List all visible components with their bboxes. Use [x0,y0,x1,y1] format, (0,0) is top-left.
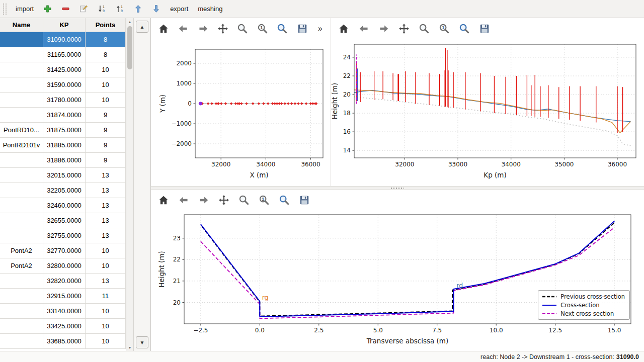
cross-section-chart-canvas[interactable]: rgrd−2.50.02.55.07.510.012.515.020212223… [151,211,644,351]
table-row[interactable]: 32655.000013 [0,213,126,228]
table-row[interactable]: PontA232770.000010 [0,243,126,258]
sort-descending-button[interactable]: 19 [112,2,128,16]
table-row[interactable]: 32915.000011 [0,289,126,304]
import-button[interactable]: import [12,2,38,16]
zoom-original-button[interactable]: 1 [256,22,269,35]
zoom-button[interactable] [418,22,431,35]
back-button[interactable] [177,22,189,35]
table-body: 31090.0000831165.0000831425.00001031590.… [0,32,126,349]
forward-button[interactable] [197,22,209,35]
cell-name: PontRD10... [0,123,43,137]
table-row[interactable]: 33685.000010 [0,334,126,349]
legend-line-sample [542,311,557,316]
zoom-button[interactable] [237,194,251,207]
meshing-button[interactable]: meshing [194,2,226,16]
move-down-button[interactable] [148,2,165,16]
pan-button[interactable] [216,22,229,35]
cell-name [0,289,43,303]
sort-ascending-button[interactable]: 19 [94,2,110,16]
home-button[interactable] [157,194,170,207]
toolbar-overflow-button[interactable]: » [315,22,325,35]
table-row[interactable]: PontRD10...31875.00009 [0,123,126,138]
plan-chart-canvas[interactable]: 320003400036000−2000−1000010002000X (m)Y… [151,39,331,186]
table-row[interactable]: 32205.000013 [0,183,126,198]
scroll-up-button[interactable]: ▲ [136,21,148,33]
horizontal-splitter[interactable] [151,186,644,190]
table-scrollbar-thumb[interactable] [127,26,132,69]
pan-button[interactable] [397,22,411,35]
profile-chart-canvas[interactable]: 3200033000340003500036000141618202224Kp … [331,39,644,186]
svg-text:12.5: 12.5 [548,327,562,334]
splitter-grip-icon[interactable] [391,188,404,189]
table-row[interactable]: 32015.000013 [0,168,126,183]
zoom-one-icon: 1 [259,195,270,206]
zoom-region-button[interactable] [458,22,471,35]
forward-button[interactable] [197,194,210,207]
zoom-button[interactable] [236,22,249,35]
table-row[interactable]: 31165.00008 [0,47,126,62]
edit-cross-section-button[interactable] [75,2,92,16]
cell-points: 10 [86,62,126,77]
svg-text:34000: 34000 [256,161,275,168]
column-header-name[interactable]: Name [0,18,43,32]
status-bar: reach: Node 2 -> Downstream 1 - cross-se… [0,351,644,362]
table-row[interactable]: 33425.000010 [0,319,126,334]
zoom-original-button[interactable]: 1 [258,194,271,207]
down-triangle-icon: ▼ [140,340,145,345]
table-row[interactable]: 31425.000010 [0,62,126,77]
back-button[interactable] [357,22,370,35]
home-button[interactable] [337,22,350,35]
cross-section-chart[interactable]: rgrd−2.50.02.55.07.510.012.515.020212223… [151,211,644,351]
table-row[interactable]: 31780.000010 [0,93,126,108]
back-button[interactable] [177,194,190,207]
zoom-region-button[interactable] [278,194,291,207]
table-row[interactable]: 32820.000013 [0,274,126,289]
remove-cross-section-button[interactable] [57,2,74,16]
zoom-original-button[interactable]: 1 [438,22,451,35]
table-scrollbar-up-icon[interactable]: ▲ [126,18,133,25]
cell-kp: 33140.0000 [43,304,86,318]
toolbar-grip[interactable] [3,4,7,15]
cell-points: 13 [86,198,126,213]
save-figure-button[interactable] [296,22,308,35]
table-row[interactable]: 31874.00009 [0,108,126,123]
save-figure-button[interactable] [298,194,311,207]
edit-icon [79,5,88,13]
move-up-button[interactable] [130,2,146,16]
profile-chart[interactable]: 3200033000340003500036000141618202224Kp … [331,39,644,186]
cell-kp: 32460.0000 [43,198,86,213]
table-row[interactable]: 31886.00009 [0,153,126,168]
cell-kp: 31425.0000 [43,62,86,77]
cell-points: 10 [86,334,126,348]
cell-kp: 31875.0000 [43,123,86,137]
svg-text:22: 22 [173,256,181,263]
plan-chart[interactable]: 320003400036000−2000−1000010002000X (m)Y… [151,39,331,186]
forward-button[interactable] [377,22,390,35]
table-row[interactable]: 31590.000010 [0,77,126,93]
scroll-down-button[interactable]: ▼ [136,336,148,348]
cell-kp: 31874.0000 [43,108,86,122]
back-icon [178,23,189,34]
table-row[interactable]: 32460.000013 [0,198,126,213]
table-row[interactable]: 32755.000013 [0,228,126,243]
home-button[interactable] [157,22,170,35]
column-header-points[interactable]: Points [86,18,126,32]
export-button[interactable]: export [166,2,192,16]
table-row[interactable]: 31090.00008 [0,32,126,47]
svg-text:23: 23 [173,235,181,242]
table-row[interactable]: PontA232800.000010 [0,258,126,274]
zoom-region-button[interactable] [276,22,289,35]
table-header-row: NameKPPoints [0,18,126,32]
table-scrollbar[interactable]: ▲ ▼ [126,18,134,351]
zoom-region-icon [277,23,288,34]
save-figure-button[interactable] [478,22,491,35]
add-cross-section-button[interactable] [39,2,56,16]
table-row[interactable]: 33140.000010 [0,304,126,319]
column-header-kp[interactable]: KP [43,18,86,32]
table-row[interactable]: PontRD101v31885.00009 [0,138,126,153]
pan-icon [217,23,228,34]
cell-kp: 33425.0000 [43,319,86,333]
table-scrollbar-down-icon[interactable]: ▼ [126,344,133,351]
pan-button[interactable] [217,194,230,207]
cell-kp: 31590.0000 [43,77,86,92]
